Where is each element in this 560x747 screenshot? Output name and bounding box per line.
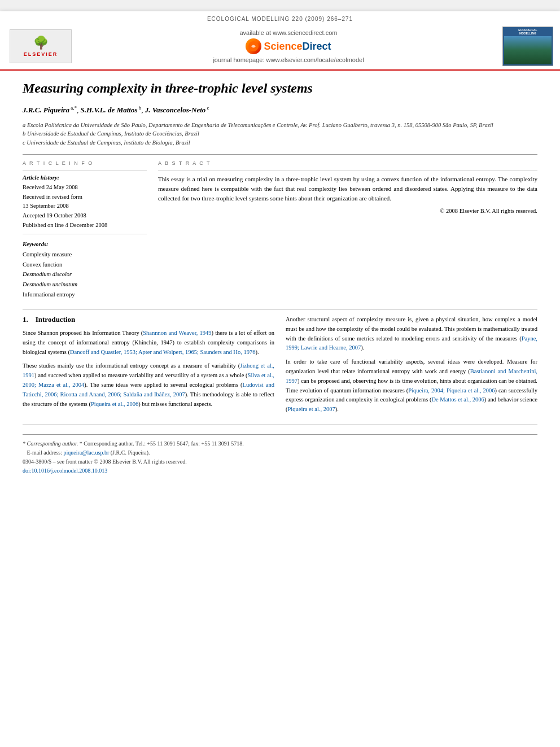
keyword-2: Convex function [23,260,147,270]
article-content: Measuring complexity in three-trophic le… [0,71,560,492]
author-vasconcelos: J. Vasconcelos-Neto [145,106,206,115]
ref-shannon[interactable]: Shannnon and Weaver, 1949 [143,330,211,336]
keyword-3: Desmodium discolor [23,269,147,279]
article-history-label: Article history: [23,174,147,181]
info-line2 [23,234,147,234]
available-text: available at www.sciencedirect.com [75,29,502,36]
ref-payne[interactable]: Payne, 1999; Lawrie and Hearne, 2007 [286,335,537,351]
divider1 [23,154,537,155]
abstract-line [158,171,537,171]
intro-number: 1. [23,315,28,324]
body-col-right: Another structural aspect of complexity … [286,315,537,419]
ref-dancoff[interactable]: Dancoff and Quastler, 1953; Apter and Wo… [70,349,255,355]
sup-b: b [137,105,141,111]
corresponding-tel: * Corresponding author. Tel.: +55 11 309… [80,440,244,447]
info-line1 [23,171,147,171]
keywords-section: Keywords: Complexity measure Convex func… [23,241,147,300]
intro-para1: Since Shannon proposed his Information T… [23,329,274,357]
received-revised2: 13 September 2008 [23,202,147,211]
article-title: Measuring complexity in three-trophic le… [23,80,537,97]
email-suffix: (J.R.C. Piqueira). [111,449,150,456]
doi-link[interactable]: doi:10.1016/j.ecolmodel.2008.10.013 [23,468,107,474]
divider2 [23,309,537,309]
sup-a: a,* [69,105,77,111]
author-piqueira: J.R.C. Piqueira [23,106,69,115]
abstract-text: This essay is a trial on measuring compl… [158,174,537,203]
intro-para2: These studies mainly use the information… [23,361,274,409]
affiliations: a Escola Politécnica da Universidade de … [23,121,537,147]
footer-rights: 0304-3800/$ – see front matter © 2008 El… [23,457,537,466]
article-info-col: A R T I C L E I N F O Article history: R… [23,160,147,300]
authors-line: J.R.C. Piqueira a,*, S.H.V.L. de Mattos … [23,105,537,115]
ref-silva[interactable]: Silva et al., 2000; Mazza et al., 2004 [23,372,274,388]
intro-title: Introduction [36,315,76,324]
elsevier-tree-icon: 🌳 [33,36,49,50]
elsevier-text: ELSEVIER [24,51,58,57]
footer-divider [23,425,537,425]
abstract-col: A B S T R A C T This essay is a trial on… [158,160,537,300]
received-revised: Received in revised form [23,193,147,202]
article-footer: * Corresponding author. * Corresponding … [23,434,537,481]
journal-logo-row: 🌳 ELSEVIER available at www.sciencedirec… [0,24,560,69]
affil-a: a Escola Politécnica da Universidade de … [23,121,537,130]
sciencedirect-logo: ScienceDirect [75,38,502,54]
body-section: 1. Introduction Since Shannon proposed h… [23,315,537,419]
elsevier-logo: 🌳 ELSEVIER [7,27,75,66]
sd-icon [246,38,261,54]
footer-email: E-mail address: piqueira@lac.usp.br (J.R… [23,448,537,457]
ref-bastianoni[interactable]: Bastianoni and Marchettini, 1997 [286,368,537,384]
affil-b: b Universidade de Estadual de Campinas, … [23,129,537,138]
ref-piqueira2004[interactable]: Piqueira, 2004; Piqueira et al., 2006 [408,387,495,394]
author-demattos: S.H.V.L. de Mattos [81,106,138,115]
journal-header: ECOLOGICAL MODELLING 220 (2009) 266–271 … [0,11,560,71]
keyword-1: Complexity measure [23,250,147,260]
abstract-copyright: © 2008 Elsevier B.V. All rights reserved… [158,208,537,214]
email-link[interactable]: piqueira@lac.usp.br [63,449,109,456]
article-info-label: A R T I C L E I N F O [23,160,147,166]
corresponding-label: * Corresponding author. [23,440,78,447]
keyword-4: Desmodium uncinatum [23,279,147,290]
journal-cover-title: ECOLOGICALMODELLING [518,28,537,35]
footer-doi: doi:10.1016/j.ecolmodel.2008.10.013 [23,466,537,475]
sup-c: c [205,105,209,111]
abstract-label: A B S T R A C T [158,160,537,166]
intro-para3: Another structural aspect of complexity … [286,315,537,353]
keyword-5: Informational entropy [23,290,147,300]
body-col-left: 1. Introduction Since Shannon proposed h… [23,315,274,419]
ref-jizhong[interactable]: Jizhong et al., 1991 [23,362,274,378]
intro-para4: In order to take care of functional vari… [286,357,537,414]
affil-c: c Universidade de Estadual de Campinas, … [23,138,537,147]
accepted: Accepted 19 October 2008 [23,211,147,221]
homepage-text: journal homepage: www.elsevier.com/locat… [75,56,502,63]
ref-piqueira2006[interactable]: Piqueira et al., 2006 [91,401,138,407]
ref-demattos[interactable]: De Mattos et al., 2006 [431,396,484,403]
elsevier-image: 🌳 ELSEVIER [10,29,72,63]
journal-cover: ECOLOGICALMODELLING [502,27,553,66]
ref-piqueira2007[interactable]: Piqueira et al., 2007 [288,406,335,412]
keywords-label: Keywords: [23,241,147,247]
intro-heading: 1. Introduction [23,315,274,324]
journal-center: available at www.sciencedirect.com Scien… [75,29,502,63]
measure-text: Measure [507,359,527,365]
email-label: E-mail address: [27,449,62,456]
info-abstract-cols: A R T I C L E I N F O Article history: R… [23,160,537,300]
footer-corresponding: * Corresponding author. * Corresponding … [23,439,537,448]
article-page: ECOLOGICAL MODELLING 220 (2009) 266–271 … [0,11,560,747]
journal-top-bar: ECOLOGICAL MODELLING 220 (2009) 266–271 [0,15,560,24]
journal-cover-image [504,36,552,64]
sd-text: ScienceDirect [264,41,331,53]
received1: Received 24 May 2008 [23,183,147,193]
published: Published on line 4 December 2008 [23,221,147,230]
